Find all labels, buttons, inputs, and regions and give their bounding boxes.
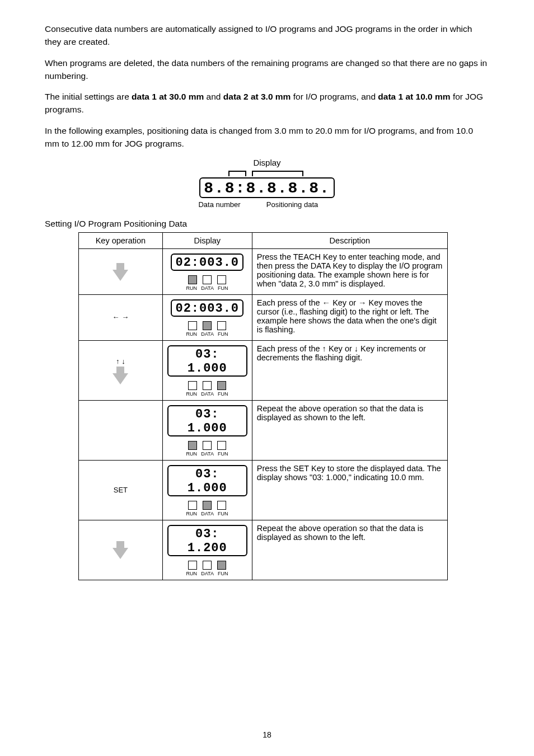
led-labels: RUNDATAFUN bbox=[167, 391, 247, 397]
cell-display: 03: 1.000RUNDATAFUN bbox=[162, 401, 252, 461]
cell-description: Press the TEACH Key to enter teaching mo… bbox=[252, 249, 447, 295]
led-indicator bbox=[203, 501, 212, 510]
led-indicator bbox=[217, 321, 226, 330]
led-row bbox=[167, 321, 247, 330]
led-label: DATA bbox=[201, 571, 213, 576]
led-label: FUN bbox=[217, 571, 229, 576]
table-row: ← →02:003.0RUNDATAFUNEach press of the ←… bbox=[79, 295, 448, 341]
led-labels: RUNDATAFUN bbox=[167, 571, 247, 576]
led-indicator bbox=[217, 441, 226, 450]
led-indicator bbox=[203, 441, 212, 450]
led-row bbox=[167, 501, 247, 510]
arrow-down-icon bbox=[113, 270, 128, 281]
intro-p3e: for I/O programs, and bbox=[291, 92, 378, 101]
led-labels: RUNDATAFUN bbox=[167, 451, 247, 457]
table-row: 02:003.0RUNDATAFUNPress the TEACH Key to… bbox=[79, 249, 448, 295]
cell-key-operation bbox=[79, 401, 163, 461]
cell-display: 03: 1.200RUNDATAFUN bbox=[162, 520, 252, 580]
led-label: DATA bbox=[201, 285, 213, 291]
led-indicator bbox=[188, 275, 197, 284]
intro-p3f: data 1 at 10.0 mm bbox=[378, 92, 450, 101]
arrow-down-icon bbox=[116, 367, 124, 373]
table-row: 03: 1.000RUNDATAFUNRepeat the above oper… bbox=[79, 401, 448, 461]
lcd-readout: 02:003.0 bbox=[171, 299, 243, 317]
cell-description: Each press of the ↑ Key or ↓ Key increme… bbox=[252, 341, 447, 401]
intro-p3a: The initial settings are bbox=[45, 92, 132, 101]
table-row: 03: 1.200RUNDATAFUNRepeat the above oper… bbox=[79, 520, 448, 580]
cell-description: Repeat the above operation so that the d… bbox=[252, 401, 447, 461]
led-label: RUN bbox=[185, 285, 198, 291]
procedure-table: Key operation Display Description 02:003… bbox=[78, 232, 448, 580]
led-label: FUN bbox=[217, 391, 229, 397]
intro-p3b: data 1 at 30.0 mm bbox=[132, 92, 204, 101]
intro-p4: In the following examples, positioning d… bbox=[45, 126, 473, 148]
table-row: ↑ ↓03: 1.000RUNDATAFUNEach press of the … bbox=[79, 341, 448, 401]
bracket-markers bbox=[225, 171, 309, 177]
cell-description: Each press of the ← Key or → Key moves t… bbox=[252, 295, 447, 341]
led-indicator bbox=[188, 501, 197, 510]
cell-key-operation: SET bbox=[79, 461, 163, 520]
display-figure: Display 8.8:8.8.8.8. Data number Positio… bbox=[45, 158, 489, 209]
led-indicator bbox=[217, 381, 226, 390]
cell-display: 02:003.0RUNDATAFUN bbox=[162, 249, 252, 295]
key-label: SET bbox=[83, 486, 158, 494]
led-label: RUN bbox=[185, 451, 198, 457]
led-indicator bbox=[188, 381, 197, 390]
cell-key-operation: ← → bbox=[79, 295, 163, 341]
led-row bbox=[167, 441, 247, 450]
bracket-label-right: Positioning data bbox=[245, 200, 340, 209]
led-label: RUN bbox=[185, 571, 198, 576]
intro-p3: The initial settings are data 1 at 30.0 … bbox=[45, 90, 489, 116]
key-label: ← → bbox=[83, 313, 158, 321]
cell-key-operation bbox=[79, 520, 163, 580]
intro-p2: When programs are deleted, the data numb… bbox=[45, 58, 487, 81]
col-description: Description bbox=[252, 233, 447, 249]
arrow-down-icon bbox=[116, 541, 124, 548]
arrow-down-icon bbox=[113, 373, 128, 384]
led-label: DATA bbox=[201, 451, 213, 457]
lcd-readout: 03: 1.000 bbox=[167, 465, 247, 496]
cell-display: 02:003.0RUNDATAFUN bbox=[162, 295, 252, 341]
arrow-down-icon bbox=[116, 263, 124, 270]
led-label: FUN bbox=[217, 451, 229, 457]
led-labels: RUNDATAFUN bbox=[167, 285, 247, 291]
led-label: FUN bbox=[217, 285, 229, 291]
led-labels: RUNDATAFUN bbox=[167, 331, 247, 337]
led-indicator bbox=[188, 561, 197, 570]
cell-key-operation bbox=[79, 249, 163, 295]
col-display: Display bbox=[162, 233, 252, 249]
col-key-operation: Key operation bbox=[79, 233, 163, 249]
led-indicator bbox=[203, 275, 212, 284]
lcd-readout: 03: 1.200 bbox=[167, 525, 247, 556]
led-label: FUN bbox=[217, 511, 229, 516]
table-row: SET03: 1.000RUNDATAFUNPress the SET Key … bbox=[79, 461, 448, 520]
led-label: DATA bbox=[201, 331, 213, 337]
cell-key-operation: ↑ ↓ bbox=[79, 341, 163, 401]
section-title: Setting I/O Program Positioning Data bbox=[45, 219, 489, 229]
led-indicator bbox=[203, 321, 212, 330]
led-label: RUN bbox=[185, 331, 198, 337]
cell-description: Repeat the above operation so that the d… bbox=[252, 520, 447, 580]
led-label: RUN bbox=[185, 511, 198, 516]
lcd-readout: 02:003.0 bbox=[171, 253, 243, 271]
intro-p3d: data 2 at 3.0 mm bbox=[223, 92, 291, 101]
lcd-readout: 03: 1.000 bbox=[167, 345, 247, 377]
figure-caption: Display bbox=[45, 158, 489, 167]
led-indicator bbox=[217, 275, 226, 284]
led-indicator bbox=[217, 501, 226, 510]
cell-description: Press the SET Key to store the displayed… bbox=[252, 461, 447, 520]
lcd-display-example: 8.8:8.8.8.8. bbox=[199, 177, 335, 198]
led-indicator bbox=[188, 441, 197, 450]
led-label: FUN bbox=[217, 331, 229, 337]
led-label: DATA bbox=[201, 511, 213, 516]
led-indicator bbox=[203, 381, 212, 390]
cell-display: 03: 1.000RUNDATAFUN bbox=[162, 341, 252, 401]
led-labels: RUNDATAFUN bbox=[167, 511, 247, 516]
lcd-readout: 03: 1.000 bbox=[167, 405, 247, 436]
led-indicator bbox=[188, 321, 197, 330]
intro-p1: Consecutive data numbers are automatical… bbox=[45, 24, 472, 46]
bracket-label-left: Data number bbox=[194, 200, 245, 209]
arrow-down-icon bbox=[113, 548, 128, 559]
led-row bbox=[167, 561, 247, 570]
led-row bbox=[167, 381, 247, 390]
